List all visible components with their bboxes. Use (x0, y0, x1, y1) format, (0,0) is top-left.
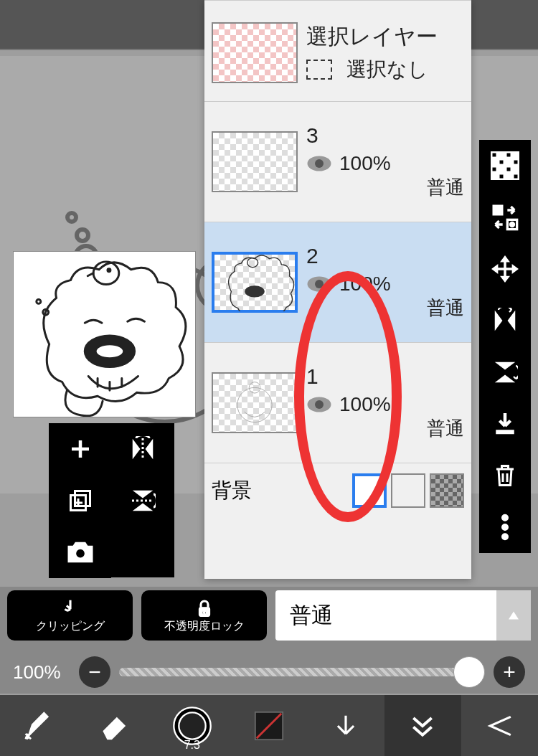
svg-point-5 (77, 230, 88, 241)
layer-blend-label: 普通 (306, 175, 464, 200)
svg-point-41 (502, 534, 508, 539)
svg-text:α: α (202, 607, 207, 615)
selection-layer-thumbnail (212, 22, 298, 83)
flip-horizontal-button[interactable] (479, 295, 531, 346)
more-button[interactable] (479, 501, 531, 553)
bottom-controls: クリッピング α 不透明度ロック 普通 100% − + (0, 587, 538, 694)
eraser-tool-button[interactable] (77, 695, 154, 756)
svg-rect-38 (496, 430, 514, 434)
layer-thumbnail[interactable] (212, 131, 298, 192)
svg-point-17 (315, 159, 324, 168)
marquee-icon (306, 60, 332, 80)
left-tool-palette (49, 423, 174, 577)
color-swatch-button[interactable] (230, 695, 307, 756)
brush-tool-button[interactable]: 7.3 (154, 695, 230, 756)
layer-name-label: 1 (306, 364, 464, 389)
bg-swatch-transparent-dark[interactable] (430, 473, 464, 508)
dropdown-arrow-icon (496, 590, 531, 641)
layer-row-2[interactable]: 2 100% 普通 (204, 222, 471, 342)
bg-swatch-white[interactable] (352, 473, 387, 508)
trash-button[interactable] (479, 450, 531, 501)
camera-button[interactable] (49, 526, 111, 578)
down-arrow-button[interactable] (308, 695, 384, 756)
bg-swatch-transparent-light[interactable] (391, 473, 425, 508)
opacity-value-label: 100% (13, 661, 70, 684)
move-button[interactable] (479, 243, 531, 295)
opacity-slider-row: 100% − + (7, 656, 531, 694)
opacity-slider[interactable] (119, 668, 485, 676)
svg-point-8 (108, 269, 110, 272)
duplicate-layer-button[interactable] (49, 475, 111, 526)
selection-state-label: 選択なし (346, 56, 428, 83)
layer-thumbnail[interactable] (212, 372, 298, 433)
selection-layer-row[interactable]: 選択レイヤー 選択なし (204, 0, 471, 101)
svg-point-37 (510, 222, 515, 227)
opacity-increase-button[interactable]: + (494, 656, 525, 688)
alpha-lock-label: 不透明度ロック (164, 619, 245, 634)
layers-panel: 選択レイヤー 選択なし 3 100% 普通 2 100% 普通 (204, 0, 471, 579)
canvas-preview[interactable] (13, 251, 196, 417)
clipping-button[interactable]: クリッピング (7, 590, 133, 641)
blend-mode-value: 普通 (290, 601, 333, 630)
add-layer-button[interactable] (49, 423, 111, 475)
svg-point-19 (247, 258, 258, 268)
visibility-icon[interactable] (306, 155, 332, 172)
pen-tool-button[interactable] (0, 695, 77, 756)
svg-point-18 (245, 286, 264, 297)
flip-vertical-button[interactable] (479, 346, 531, 398)
double-down-button[interactable] (384, 695, 461, 756)
svg-point-6 (67, 213, 76, 222)
layer-opacity-label: 100% (339, 393, 391, 416)
svg-point-12 (37, 299, 41, 303)
flip-vertical-button[interactable] (111, 475, 174, 526)
svg-rect-34 (512, 173, 519, 180)
bottom-toolbar: 7.3 (0, 695, 538, 756)
right-toolbar (479, 140, 531, 553)
layer-blend-label: 普通 (306, 416, 464, 441)
layer-opacity-label: 100% (339, 152, 391, 175)
clipping-label: クリッピング (36, 619, 105, 634)
svg-point-39 (502, 515, 508, 521)
layer-name-label: 2 (306, 244, 464, 268)
svg-point-40 (502, 524, 508, 530)
svg-point-21 (315, 280, 324, 288)
layer-name-label: 3 (306, 123, 464, 148)
merge-down-button[interactable] (479, 398, 531, 450)
layer-blend-label: 普通 (306, 296, 464, 321)
layer-opacity-label: 100% (339, 273, 391, 296)
svg-point-25 (315, 400, 324, 409)
background-label: 背景 (212, 477, 252, 504)
selection-layer-title: 選択レイヤー (306, 22, 464, 52)
svg-point-15 (75, 549, 85, 558)
layer-row-1[interactable]: 1 100% 普通 (204, 342, 471, 463)
opacity-decrease-button[interactable]: − (79, 656, 110, 688)
brush-size-label: 7.3 (184, 739, 200, 752)
layer-thumbnail[interactable] (212, 252, 298, 313)
visibility-icon[interactable] (306, 275, 332, 293)
background-row: 背景 (204, 463, 471, 518)
checker-pattern-button[interactable] (479, 140, 531, 192)
blend-mode-select[interactable]: 普通 (275, 590, 531, 641)
opacity-slider-handle[interactable] (453, 656, 485, 688)
svg-rect-35 (493, 205, 502, 214)
svg-point-10 (95, 344, 124, 359)
layer-row-3[interactable]: 3 100% 普通 (204, 101, 471, 222)
alpha-lock-button[interactable]: α 不透明度ロック (141, 590, 267, 641)
flip-horizontal-button[interactable] (111, 423, 174, 475)
back-button[interactable] (461, 695, 538, 756)
visibility-icon[interactable] (306, 396, 332, 413)
svg-point-45 (179, 712, 205, 739)
convert-button[interactable] (479, 192, 531, 243)
svg-rect-33 (498, 173, 505, 180)
